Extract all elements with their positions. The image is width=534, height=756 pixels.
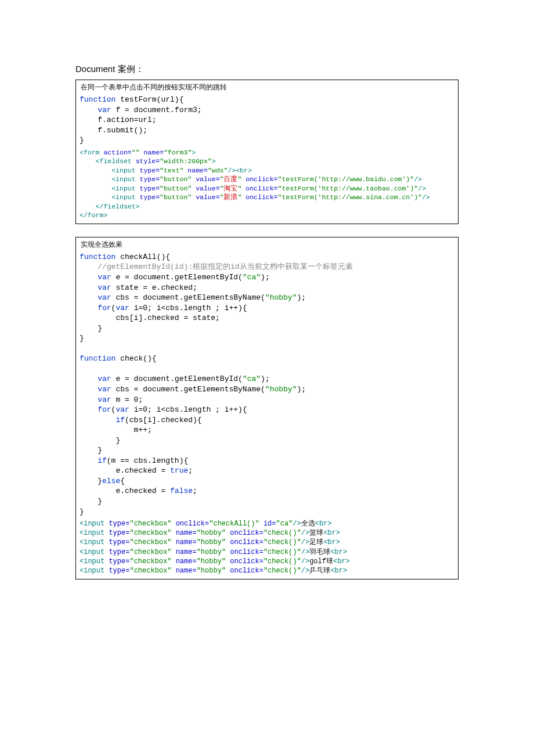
example-2-title: 实现全选效果 [80,239,454,250]
page: Document 案例： 在同一个表单中点击不同的按钮实现不同的跳转 funct… [0,0,534,627]
code-block-2-js: function checkAll(){ //getElementById(id… [80,252,454,517]
example-box-1: 在同一个表单中点击不同的按钮实现不同的跳转 function testForm(… [75,80,459,224]
example-box-2: 实现全选效果 function checkAll(){ //getElement… [75,237,459,579]
code-block-1-html: <form action="" name="form3"> <fieldset … [80,148,454,220]
page-title: Document 案例： [75,64,459,75]
code-block-1-js: function testForm(url){ var f = document… [80,95,454,146]
example-1-title: 在同一个表单中点击不同的按钮实现不同的跳转 [80,81,454,92]
code-block-2-html: <input type="checkbox" onclick="checkAll… [80,519,454,575]
